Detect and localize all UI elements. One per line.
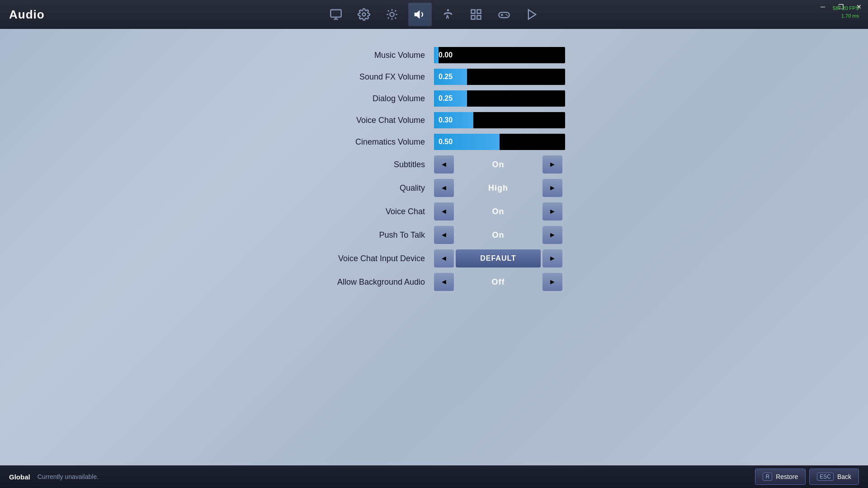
voice-chat-toggle: ◄ On ► xyxy=(434,202,562,221)
svg-marker-24 xyxy=(528,10,536,19)
background-audio-value: Off xyxy=(456,273,541,291)
back-label: Back xyxy=(837,473,851,480)
main-content: Music Volume 0.00 Sound FX Volume 0.25 D… xyxy=(0,29,868,305)
push-to-talk-value: On xyxy=(456,226,541,244)
voice-chat-value: On xyxy=(456,202,541,221)
voice-chat-left-btn[interactable]: ◄ xyxy=(434,202,454,221)
background-audio-left-btn[interactable]: ◄ xyxy=(434,273,454,291)
voice-chat-input-right-btn[interactable]: ► xyxy=(542,249,562,267)
fps-value: 587.20 FPS xyxy=(833,5,859,12)
svg-rect-17 xyxy=(472,15,475,19)
voice-chat-input-toggle: ◄ DEFAULT ► xyxy=(434,249,562,267)
sound-fx-volume-row: Sound FX Volume 0.25 xyxy=(262,69,606,85)
bottom-buttons: R Restore ESC Back xyxy=(755,469,859,485)
top-bar: Audio ─ xyxy=(0,0,868,29)
restore-button-bottom[interactable]: R Restore xyxy=(755,469,806,485)
music-volume-label: Music Volume xyxy=(262,51,434,60)
settings-container: Music Volume 0.00 Sound FX Volume 0.25 D… xyxy=(262,47,606,291)
quality-right-btn[interactable]: ► xyxy=(542,179,562,197)
restore-key-badge: R xyxy=(763,473,772,481)
music-volume-value: 0.00 xyxy=(439,51,453,59)
svg-marker-13 xyxy=(415,11,420,18)
svg-point-3 xyxy=(363,13,366,16)
sound-fx-value: 0.25 xyxy=(439,73,453,81)
voice-chat-input-row: Voice Chat Input Device ◄ DEFAULT ► xyxy=(262,249,606,267)
voice-chat-label: Voice Chat xyxy=(262,207,434,216)
background-audio-right-btn[interactable]: ► xyxy=(542,273,562,291)
voice-chat-row: Voice Chat ◄ On ► xyxy=(262,202,606,221)
svg-point-14 xyxy=(447,9,449,11)
voice-chat-volume-slider[interactable]: 0.30 xyxy=(434,112,565,128)
back-button-bottom[interactable]: ESC Back xyxy=(809,469,859,485)
svg-line-8 xyxy=(395,18,396,19)
subtitles-right-btn[interactable]: ► xyxy=(542,155,562,174)
svg-line-7 xyxy=(388,10,389,11)
quality-label: Quality xyxy=(262,183,434,193)
nav-icon-video[interactable] xyxy=(520,3,544,26)
quality-toggle: ◄ High ► xyxy=(434,179,562,197)
page-title: Audio xyxy=(9,8,45,22)
minimize-button[interactable]: ─ xyxy=(814,0,832,14)
quality-value: High xyxy=(456,179,541,197)
nav-icon-layout[interactable] xyxy=(464,3,488,26)
nav-icons xyxy=(324,3,544,26)
nav-icon-settings[interactable] xyxy=(352,3,376,26)
subtitles-row: Subtitles ◄ On ► xyxy=(262,155,606,174)
svg-point-22 xyxy=(506,14,507,15)
push-to-talk-left-btn[interactable]: ◄ xyxy=(434,226,454,244)
svg-point-23 xyxy=(507,15,508,16)
push-to-talk-row: Push To Talk ◄ On ► xyxy=(262,226,606,244)
voice-chat-volume-row: Voice Chat Volume 0.30 xyxy=(262,112,606,128)
dialog-volume-value: 0.25 xyxy=(439,94,453,103)
push-to-talk-right-btn[interactable]: ► xyxy=(542,226,562,244)
dialog-volume-slider[interactable]: 0.25 xyxy=(434,90,565,107)
svg-rect-15 xyxy=(472,10,475,14)
svg-rect-18 xyxy=(477,15,481,19)
voice-chat-right-btn[interactable]: ► xyxy=(542,202,562,221)
cinematics-volume-value: 0.50 xyxy=(439,138,453,146)
fps-ms: 1.70 ms xyxy=(833,12,859,20)
push-to-talk-toggle: ◄ On ► xyxy=(434,226,562,244)
nav-icon-accessibility[interactable] xyxy=(436,3,460,26)
restore-label: Restore xyxy=(776,473,798,480)
nav-icon-controller[interactable] xyxy=(492,3,516,26)
back-key-badge: ESC xyxy=(817,473,834,481)
svg-line-11 xyxy=(388,18,389,19)
background-audio-toggle: ◄ Off ► xyxy=(434,273,562,291)
nav-icon-brightness[interactable] xyxy=(380,3,404,26)
dialog-volume-row: Dialog Volume 0.25 xyxy=(262,90,606,107)
quality-row: Quality ◄ High ► xyxy=(262,179,606,197)
background-audio-row: Allow Background Audio ◄ Off ► xyxy=(262,273,606,291)
subtitles-left-btn[interactable]: ◄ xyxy=(434,155,454,174)
fps-counter: 587.20 FPS 1.70 ms xyxy=(833,5,859,19)
voice-chat-volume-value: 0.30 xyxy=(439,116,453,124)
background-audio-label: Allow Background Audio xyxy=(262,277,434,287)
svg-point-4 xyxy=(390,12,394,16)
bottom-status-text: Currently unavailable. xyxy=(38,473,99,480)
svg-rect-16 xyxy=(477,10,481,14)
music-volume-slider[interactable]: 0.00 xyxy=(434,47,565,63)
subtitles-label: Subtitles xyxy=(262,160,434,169)
music-volume-row: Music Volume 0.00 xyxy=(262,47,606,63)
nav-icon-audio[interactable] xyxy=(408,3,432,26)
dialog-volume-label: Dialog Volume xyxy=(262,94,434,103)
svg-rect-19 xyxy=(499,12,509,18)
voice-chat-input-label: Voice Chat Input Device xyxy=(262,254,434,263)
sound-fx-label: Sound FX Volume xyxy=(262,72,434,82)
sound-fx-slider[interactable]: 0.25 xyxy=(434,69,565,85)
nav-icon-display[interactable] xyxy=(324,3,348,26)
cinematics-volume-row: Cinematics Volume 0.50 xyxy=(262,134,606,150)
subtitles-toggle: ◄ On ► xyxy=(434,155,562,174)
voice-chat-volume-label: Voice Chat Volume xyxy=(262,116,434,125)
push-to-talk-label: Push To Talk xyxy=(262,230,434,240)
svg-line-12 xyxy=(395,10,396,11)
voice-chat-input-left-btn[interactable]: ◄ xyxy=(434,249,454,267)
bottom-bar: Global Currently unavailable. R Restore … xyxy=(0,465,868,488)
bottom-scope-label: Global xyxy=(9,473,30,481)
svg-rect-0 xyxy=(330,10,341,17)
quality-left-btn[interactable]: ◄ xyxy=(434,179,454,197)
voice-chat-input-value: DEFAULT xyxy=(456,249,541,267)
subtitles-value: On xyxy=(456,155,541,174)
cinematics-volume-label: Cinematics Volume xyxy=(262,137,434,147)
cinematics-volume-slider[interactable]: 0.50 xyxy=(434,134,565,150)
